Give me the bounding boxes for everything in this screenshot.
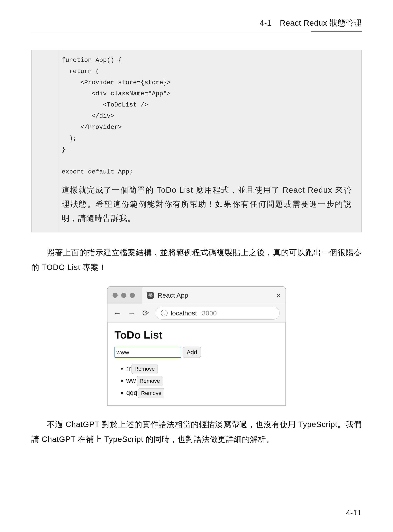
example-box-content: function App() { return ( <Provider stor… [58,50,362,232]
section-number: 4-1 [260,19,272,27]
todo-item-text: ww [126,377,136,384]
todo-item-text: qqq [126,389,138,396]
todo-heading: ToDo List [114,329,279,341]
body-paragraph-1: 照著上面的指示建立檔案結構，並將範例程式碼複製貼上之後，真的可以跑出一個很陽春的… [31,245,362,275]
svg-point-0 [150,295,151,296]
remove-button[interactable]: Remove [137,376,163,386]
todo-item: wwRemove [126,375,279,386]
add-button[interactable]: Add [183,347,201,358]
body-paragraph-2: 不過 ChatGPT 對於上述的實作語法相當的輕描淡寫帶過，也沒有使用 Type… [31,417,362,447]
running-header: 4-1 React Redux 狀態管理 [31,18,362,28]
react-favicon-icon [147,292,154,298]
page-number: 4-11 [346,509,362,517]
browser-toolbar: ← → ⟳ i localhost:3000 [108,304,285,323]
header-rule [31,31,362,32]
nav-reload-icon[interactable]: ⟳ [142,308,149,318]
remove-button[interactable]: Remove [132,364,158,374]
url-rest: :3000 [200,309,217,317]
header-rule-thick [311,31,362,32]
browser-tabbar: React App × [108,287,285,304]
document-page: 4-1 React Redux 狀態管理 function App() { re… [0,0,393,532]
example-description: 這樣就完成了一個簡單的 ToDo List 應用程式，並且使用了 React R… [62,183,352,225]
window-dot [130,293,135,298]
todo-item-text: rr [126,365,131,372]
address-bar[interactable]: i localhost:3000 [156,307,280,319]
nav-forward-icon[interactable]: → [128,309,136,318]
todo-item: qqqRemove [126,387,279,398]
add-todo-form: Add [114,347,279,358]
section-title: React Redux 狀態管理 [280,19,362,27]
window-dot [113,293,118,298]
nav-back-icon[interactable]: ← [113,309,121,318]
header-rule-thin [31,32,311,32]
example-box: function App() { return ( <Provider stor… [31,50,362,232]
todo-input[interactable] [114,347,181,358]
browser-tab[interactable]: React App × [142,287,285,304]
window-dot [121,293,126,298]
todo-item: rrRemove [126,363,279,374]
remove-button[interactable]: Remove [138,388,164,398]
close-tab-icon[interactable]: × [276,292,280,299]
url-host: localhost [171,309,197,317]
todo-list: rrRemovewwRemoveqqqRemove [114,363,279,398]
page-content: ToDo List Add rrRemovewwRemoveqqqRemove [108,323,285,405]
example-box-gutter [31,50,58,232]
site-info-icon[interactable]: i [161,310,167,316]
browser-window: React App × ← → ⟳ i localhost:3000 ToDo … [107,286,286,406]
tab-title: React App [157,292,188,299]
screenshot-wrapper: React App × ← → ⟳ i localhost:3000 ToDo … [31,286,362,406]
window-controls [113,293,135,298]
code-block: function App() { return ( <Provider stor… [62,55,352,177]
